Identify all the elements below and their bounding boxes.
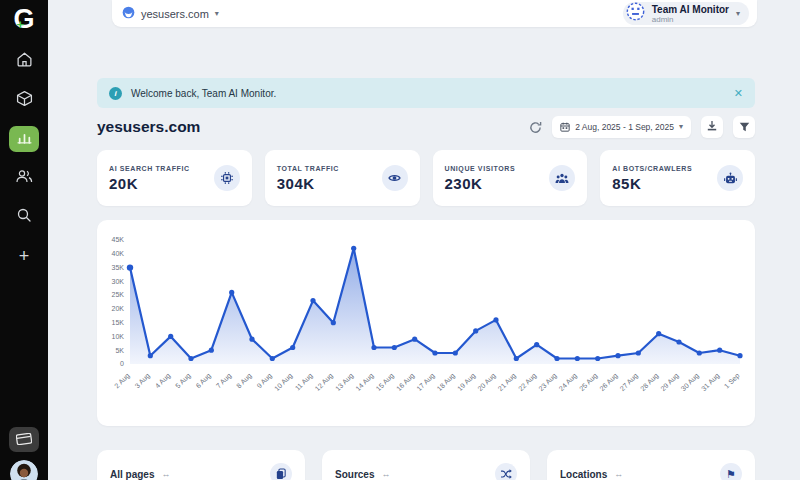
account-menu[interactable]: Team AI Monitor admin ▾ (623, 2, 749, 25)
panel-label: All pages (110, 469, 154, 480)
sidebar-item-home[interactable] (9, 48, 39, 74)
stat-label: UNIQUE VISITORS (445, 165, 516, 172)
chart-toolbar: 2 Aug, 2025 - 1 Sep, 2025 ▾ (529, 116, 755, 138)
sidebar-item-add[interactable]: + (9, 243, 39, 269)
svg-text:31 Aug: 31 Aug (700, 372, 721, 393)
sidebar-nav: + (9, 48, 39, 269)
svg-text:27 Aug: 27 Aug (619, 372, 640, 393)
sidebar-item-products[interactable] (9, 87, 39, 113)
stat-label: AI BOTS/CRAWLERS (612, 165, 692, 172)
svg-text:25 Aug: 25 Aug (578, 372, 599, 393)
site-selector-label: yesusers.com (141, 8, 209, 20)
user-avatar[interactable] (10, 460, 38, 480)
svg-text:10K: 10K (112, 333, 125, 340)
svg-text:6 Aug: 6 Aug (194, 372, 212, 390)
app-logo[interactable]: G + (13, 2, 34, 36)
swap-icon[interactable]: ↔ (161, 469, 170, 479)
stat-card-unique-visitors[interactable]: UNIQUE VISITORS 230K (433, 150, 588, 206)
svg-text:24 Aug: 24 Aug (558, 372, 579, 393)
svg-text:29 Aug: 29 Aug (659, 372, 680, 393)
svg-text:28 Aug: 28 Aug (639, 372, 660, 393)
svg-text:18 Aug: 18 Aug (436, 372, 457, 393)
plus-icon: + (19, 248, 30, 264)
svg-text:16 Aug: 16 Aug (395, 372, 416, 393)
panel-all-pages[interactable]: All pages ↔ (97, 450, 305, 480)
panel-label: Sources (335, 469, 374, 480)
date-range-label: 2 Aug, 2025 - 1 Sep, 2025 (575, 122, 674, 132)
home-icon (16, 51, 33, 71)
refresh-icon[interactable] (529, 121, 542, 134)
svg-text:22 Aug: 22 Aug (517, 372, 538, 393)
svg-text:30K: 30K (112, 278, 125, 285)
billing-button[interactable] (9, 427, 39, 452)
svg-text:17 Aug: 17 Aug (415, 372, 436, 393)
account-name: Team AI Monitor (652, 4, 729, 15)
chevron-down-icon: ▾ (215, 10, 219, 18)
svg-text:7 Aug: 7 Aug (215, 372, 233, 390)
svg-text:35K: 35K (112, 264, 125, 271)
stat-label: TOTAL TRAFFIC (277, 165, 339, 172)
avatar-photo (10, 460, 38, 480)
stat-card-total-traffic[interactable]: TOTAL TRAFFIC 304K (265, 150, 420, 206)
svg-text:23 Aug: 23 Aug (537, 372, 558, 393)
swap-icon[interactable]: ↔ (381, 469, 390, 479)
site-selector[interactable]: yesusers.com ▾ (122, 5, 219, 23)
stat-value: 85K (612, 175, 692, 192)
svg-text:5 Aug: 5 Aug (174, 372, 192, 390)
traffic-chart[interactable]: 05K10K15K20K25K30K35K40K45K2 Aug3 Aug4 A… (100, 232, 752, 422)
svg-text:20K: 20K (112, 305, 125, 312)
svg-text:0: 0 (120, 360, 124, 367)
robot-icon (717, 165, 743, 191)
stat-card-ai-search-traffic[interactable]: AI SEARCH TRAFFIC 20K (97, 150, 252, 206)
svg-text:11 Aug: 11 Aug (294, 372, 315, 393)
sidebar: G + + (0, 0, 48, 480)
sidebar-item-search[interactable] (9, 204, 39, 230)
panel-locations[interactable]: Locations ↔ ⚑ (547, 450, 755, 480)
svg-text:15K: 15K (112, 319, 125, 326)
shuffle-icon (495, 463, 517, 480)
stat-value: 20K (109, 175, 190, 192)
svg-text:9 Aug: 9 Aug (255, 372, 273, 390)
svg-text:45K: 45K (112, 236, 125, 243)
eye-icon (382, 165, 408, 191)
svg-text:13 Aug: 13 Aug (334, 372, 355, 393)
calendar-icon (560, 118, 570, 136)
stat-value: 304K (277, 175, 339, 192)
svg-text:19 Aug: 19 Aug (456, 372, 477, 393)
welcome-banner: i Welcome back, Team AI Monitor. ✕ (97, 78, 755, 108)
sidebar-item-analytics[interactable] (9, 126, 39, 152)
panel-label: Locations (560, 469, 607, 480)
svg-text:8 Aug: 8 Aug (235, 372, 253, 390)
svg-text:3 Aug: 3 Aug (133, 372, 151, 390)
svg-text:14 Aug: 14 Aug (354, 372, 375, 393)
cpu-chip-icon (214, 165, 240, 191)
filter-icon (739, 118, 750, 136)
search-icon (16, 207, 32, 227)
svg-text:5K: 5K (115, 347, 124, 354)
chevron-down-icon: ▾ (736, 10, 740, 18)
stat-value: 230K (445, 175, 516, 192)
stat-card-ai-bots-crawlers[interactable]: AI BOTS/CRAWLERS 85K (600, 150, 755, 206)
chevron-down-icon: ▾ (679, 123, 683, 131)
users-group-icon (549, 165, 575, 191)
package-icon (16, 90, 33, 111)
filter-button[interactable] (733, 116, 755, 138)
bottom-panels: All pages ↔ Sources ↔ Locations ↔ ⚑ (97, 450, 755, 480)
close-icon[interactable]: ✕ (734, 87, 743, 100)
sidebar-item-users[interactable] (9, 165, 39, 191)
credit-card-icon (16, 431, 32, 449)
panel-sources[interactable]: Sources ↔ (322, 450, 530, 480)
users-icon (15, 169, 33, 187)
date-range-picker[interactable]: 2 Aug, 2025 - 1 Sep, 2025 ▾ (552, 116, 691, 138)
account-role: admin (652, 15, 729, 24)
page-title: yesusers.com (97, 118, 200, 136)
stat-label: AI SEARCH TRAFFIC (109, 165, 190, 172)
svg-text:10 Aug: 10 Aug (273, 372, 294, 393)
svg-text:2 Aug: 2 Aug (113, 372, 131, 390)
traffic-chart-card: 05K10K15K20K25K30K35K40K45K2 Aug3 Aug4 A… (97, 220, 755, 426)
swap-icon[interactable]: ↔ (614, 469, 623, 479)
stat-cards: AI SEARCH TRAFFIC 20K TOTAL TRAFFIC 304K… (97, 150, 755, 206)
download-button[interactable] (701, 116, 723, 138)
logo-plus-icon: + (16, 17, 24, 32)
svg-text:20 Aug: 20 Aug (476, 372, 497, 393)
